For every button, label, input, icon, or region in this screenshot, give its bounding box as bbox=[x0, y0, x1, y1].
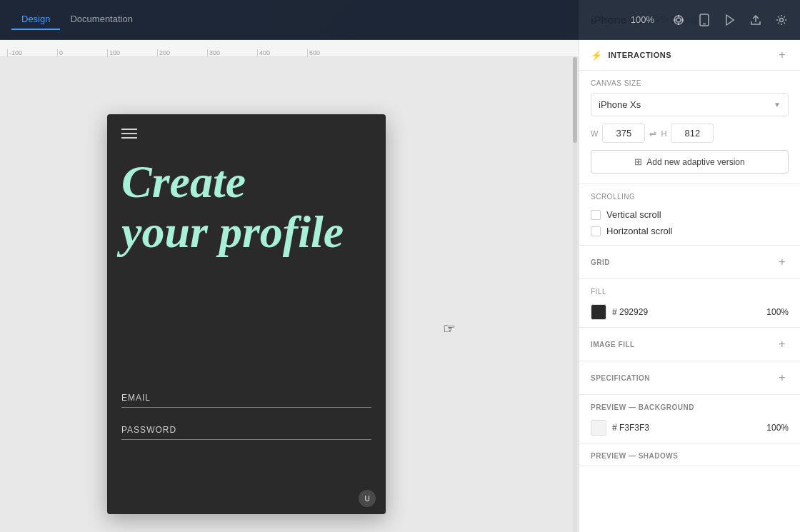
ruler-marks: -100 0 100 200 300 400 500 bbox=[0, 40, 579, 56]
panel-scrollbar-thumb bbox=[573, 57, 577, 143]
image-fill-section[interactable]: IMAGE FILL + bbox=[579, 328, 800, 361]
svg-point-9 bbox=[780, 18, 784, 21]
toolbar-tabs: Design Documentation bbox=[11, 9, 143, 30]
specification-label: SPECIFICATION bbox=[591, 374, 650, 382]
grid-label: GRID bbox=[591, 259, 610, 266]
share-icon[interactable] bbox=[749, 13, 763, 27]
scrolling-label: SCROLLING bbox=[579, 184, 800, 206]
fill-label: FILL bbox=[579, 279, 800, 301]
settings-icon[interactable] bbox=[774, 13, 789, 27]
vertical-scroll-label: Vertical scroll bbox=[606, 209, 661, 220]
right-panel: iPhone Xs (375×812px) ⚡ Interactions + C… bbox=[579, 0, 800, 532]
interactions-title: ⚡ Interactions bbox=[591, 50, 671, 61]
preview-bg-label: PREVIEW — BACKGROUND bbox=[579, 395, 800, 417]
preview-bg-opacity[interactable]: 100% bbox=[760, 423, 789, 433]
interactions-label: Interactions bbox=[609, 51, 672, 59]
preview-shadows-label: PREVIEW — SHADOWS bbox=[579, 443, 800, 466]
dimension-link-icon: ⇌ bbox=[649, 129, 656, 139]
adaptive-btn-label: Add new adaptive version bbox=[646, 157, 744, 167]
email-field-line bbox=[121, 407, 371, 408]
password-field-line bbox=[121, 439, 371, 440]
height-label: H bbox=[661, 129, 666, 138]
specification-add-button[interactable]: + bbox=[776, 371, 789, 384]
hamburger-line-1 bbox=[121, 129, 137, 130]
svg-marker-8 bbox=[726, 15, 734, 25]
preview-bg-row: # F3F3F3 100% bbox=[579, 417, 800, 443]
canvas-dimensions: W ⇌ H bbox=[591, 124, 789, 143]
vertical-scroll-row: Vertical scroll bbox=[579, 206, 800, 223]
preview-bg-swatch[interactable] bbox=[591, 420, 606, 436]
hamburger-menu[interactable] bbox=[121, 129, 137, 139]
grid-section: GRID + bbox=[579, 246, 800, 279]
height-input[interactable] bbox=[671, 124, 714, 143]
zoom-level[interactable]: 100% bbox=[631, 14, 654, 25]
fill-hex-value[interactable]: # 292929 bbox=[612, 307, 754, 317]
canvas-size-section: CANVAS SIZE iPhone Xs ▼ W ⇌ H ⊞ Add new … bbox=[579, 71, 800, 184]
hero-title-line1: Create bbox=[121, 156, 246, 207]
dropdown-arrow-icon: ▼ bbox=[774, 101, 781, 109]
width-label: W bbox=[591, 129, 598, 138]
ruler-mark: 400 bbox=[257, 49, 307, 56]
adaptive-version-button[interactable]: ⊞ Add new adaptive version bbox=[591, 150, 789, 174]
interactions-add-button[interactable]: + bbox=[776, 49, 789, 61]
play-icon[interactable] bbox=[723, 13, 737, 27]
horizontal-scroll-label: Horizontal scroll bbox=[606, 226, 672, 236]
vertical-scroll-checkbox[interactable] bbox=[591, 210, 601, 220]
toolbar: Design Documentation 100% bbox=[0, 0, 800, 40]
hero-title: Create your profile bbox=[121, 157, 371, 258]
app-logo: U bbox=[359, 490, 376, 507]
tab-design[interactable]: Design bbox=[11, 9, 60, 30]
ruler-mark: 100 bbox=[107, 49, 157, 56]
target-icon[interactable] bbox=[671, 13, 686, 27]
width-input[interactable] bbox=[602, 124, 645, 143]
scrolling-section: SCROLLING Vertical scroll Horizontal scr… bbox=[579, 184, 800, 246]
hamburger-line-3 bbox=[121, 137, 137, 139]
hero-title-line2: your profile bbox=[121, 206, 344, 257]
canvas-area: Create your profile EMAIL PASSWORD U bbox=[0, 57, 579, 532]
ruler-mark: 500 bbox=[307, 49, 357, 56]
tab-documentation[interactable]: Documentation bbox=[60, 9, 142, 30]
svg-point-1 bbox=[676, 18, 681, 22]
ruler-mark: 200 bbox=[157, 49, 207, 56]
ruler-mark: 0 bbox=[57, 49, 107, 56]
adaptive-btn-icon: ⊞ bbox=[634, 156, 642, 167]
interactions-section: ⚡ Interactions + bbox=[579, 40, 800, 71]
canvas-device-dropdown[interactable]: iPhone Xs ▼ bbox=[591, 93, 789, 116]
password-label: PASSWORD bbox=[121, 425, 371, 435]
canvas-size-label: CANVAS SIZE bbox=[579, 71, 800, 87]
hero-text: Create your profile bbox=[121, 157, 371, 258]
canvas-device-value: iPhone Xs bbox=[599, 99, 641, 110]
ruler: -100 0 100 200 300 400 500 bbox=[0, 40, 579, 57]
ruler-mark: -100 bbox=[7, 49, 57, 56]
image-fill-label: IMAGE FILL bbox=[591, 341, 635, 348]
image-fill-add-button[interactable]: + bbox=[776, 338, 789, 351]
toolbar-icons bbox=[671, 13, 789, 27]
mobile-form: EMAIL PASSWORD bbox=[121, 393, 371, 457]
mobile-frame: Create your profile EMAIL PASSWORD U bbox=[107, 114, 386, 514]
panel-scrollbar[interactable] bbox=[573, 57, 577, 532]
specification-section[interactable]: SPECIFICATION + bbox=[579, 361, 800, 395]
fill-color-swatch[interactable] bbox=[591, 304, 606, 320]
lightning-icon: ⚡ bbox=[591, 50, 603, 61]
preview-shadows-section: PREVIEW — SHADOWS bbox=[579, 443, 800, 466]
hamburger-line-2 bbox=[121, 133, 137, 134]
grid-add-button[interactable]: + bbox=[776, 256, 789, 268]
horizontal-scroll-row: Horizontal scroll bbox=[579, 223, 800, 245]
preview-bg-section: PREVIEW — BACKGROUND # F3F3F3 100% bbox=[579, 395, 800, 443]
ruler-mark: 300 bbox=[207, 49, 257, 56]
fill-section: FILL # 292929 100% bbox=[579, 279, 800, 328]
fill-row: # 292929 100% bbox=[579, 301, 800, 327]
device-icon[interactable] bbox=[697, 13, 711, 27]
grid-section-header[interactable]: GRID + bbox=[579, 246, 800, 278]
horizontal-scroll-checkbox[interactable] bbox=[591, 226, 601, 236]
email-label: EMAIL bbox=[121, 393, 371, 403]
fill-opacity-value[interactable]: 100% bbox=[760, 307, 789, 317]
preview-bg-hex[interactable]: # F3F3F3 bbox=[612, 423, 754, 433]
interactions-header[interactable]: ⚡ Interactions + bbox=[579, 40, 800, 70]
